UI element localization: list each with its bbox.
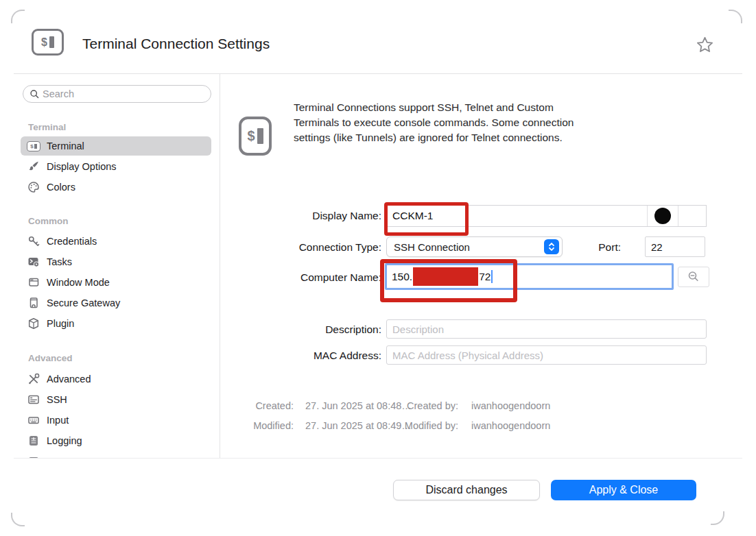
window-corner-top-right (729, 10, 742, 23)
modified-by-value: iwanhoogendoorn (471, 420, 550, 431)
info-line-3: settings (like Tunnels) are ignored for … (294, 130, 637, 145)
window-corner-top-left (11, 10, 25, 23)
port-label: Port: (473, 241, 621, 254)
window-corner-bottom-left (11, 513, 25, 526)
computer-name-field[interactable]: 150. 72 (385, 263, 674, 290)
section-label-advanced: Advanced (28, 353, 73, 363)
port-input[interactable] (645, 236, 705, 257)
terminal-icon: $ (27, 139, 40, 153)
sidebar-item-plugin[interactable]: Plugin (21, 314, 211, 333)
mac-address-label: MAC Address: (233, 350, 381, 362)
settings-sidebar: Terminal $ Terminal Display Options Colo… (14, 73, 220, 458)
discard-changes-button[interactable]: Discard changes (393, 480, 540, 500)
description-input[interactable] (386, 319, 707, 339)
sidebar-item-tasks[interactable]: Tasks (21, 252, 211, 271)
created-by-label: Created by: (383, 400, 458, 411)
text-cursor (491, 270, 493, 283)
info-line-1: Terminal Connections support SSH, Telnet… (294, 100, 637, 115)
footer-divider (14, 458, 742, 459)
connection-type-label: Connection Type: (233, 241, 381, 254)
plugin-box-icon (27, 317, 40, 330)
sidebar-item-colors[interactable]: Colors (21, 178, 211, 197)
tools-icon (27, 372, 40, 386)
created-label: Created: (218, 400, 294, 411)
computer-name-label: Computer Name: (233, 271, 381, 284)
section-label-terminal: Terminal (28, 122, 66, 132)
description-label: Description: (233, 324, 381, 336)
mac-address-input[interactable] (386, 345, 707, 365)
sidebar-item-logging[interactable]: Logging (21, 431, 211, 450)
apply-close-button[interactable]: Apply & Close (551, 480, 696, 500)
modified-label: Modified: (218, 420, 294, 431)
tasks-icon (27, 255, 40, 269)
color-swatch-button[interactable] (647, 206, 678, 226)
display-name-label: Display Name: (233, 210, 381, 222)
created-by-value: iwanhoogendoorn (471, 400, 550, 411)
icon-picker-button[interactable]: $ (678, 206, 706, 226)
palette-icon (27, 180, 40, 194)
redaction-block (413, 267, 478, 286)
page-title: Terminal Connection Settings (82, 36, 270, 52)
display-name-value[interactable]: CCKM-1 (387, 210, 647, 222)
gateway-icon (27, 296, 40, 310)
magnifier-lookup-icon (687, 270, 700, 284)
sidebar-item-ssh[interactable]: SSH (21, 390, 211, 409)
logging-icon (27, 434, 40, 448)
sidebar-item-input[interactable]: Input (21, 411, 211, 430)
sidebar-item-window-mode[interactable]: Window Mode (21, 273, 211, 292)
section-label-common: Common (28, 216, 69, 226)
paintbrush-icon (27, 160, 40, 173)
modified-by-label: Modified by: (383, 420, 458, 431)
window-corner-bottom-right (711, 511, 724, 525)
black-color-circle (654, 208, 671, 224)
ssh-card-icon (27, 393, 40, 406)
info-line-2: Terminals to execute console commands. S… (294, 115, 637, 130)
sidebar-item-credentials[interactable]: Credentials (21, 232, 211, 251)
computer-name-value-suffix: 72 (479, 271, 491, 283)
terminal-connection-icon: $ (32, 29, 64, 56)
terminal-info-icon: $ (239, 117, 272, 156)
star-outline-icon (696, 36, 714, 54)
keyboard-icon (27, 413, 40, 427)
sidebar-item-advanced[interactable]: Advanced (21, 369, 211, 389)
terminal-connection-settings-window: $ Terminal Connection Settings Terminal … (0, 0, 756, 536)
computer-name-value-prefix: 150. (392, 271, 412, 283)
sidebar-item-terminal[interactable]: $ Terminal (21, 136, 211, 156)
search-input[interactable] (23, 85, 211, 103)
key-icon (27, 234, 40, 248)
display-name-field[interactable]: CCKM-1 $ (386, 205, 707, 227)
sidebar-item-secure-gateway[interactable]: Secure Gateway (21, 293, 211, 313)
sidebar-item-display-options[interactable]: Display Options (21, 157, 211, 176)
connection-description-text: Terminal Connections support SSH, Telnet… (294, 100, 637, 145)
host-lookup-button[interactable] (678, 267, 709, 287)
window-icon (27, 276, 40, 289)
favorite-button[interactable] (694, 34, 715, 55)
sidebar-item-partial[interactable]: ​ (21, 452, 211, 458)
